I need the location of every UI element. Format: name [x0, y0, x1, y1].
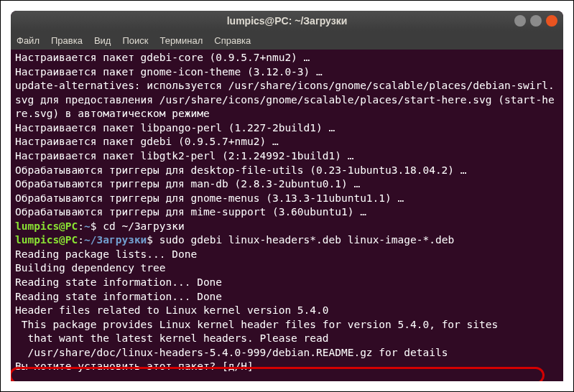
menu-search[interactable]: Поиск — [122, 35, 148, 46]
command-text: sudo gdebi linux-headers*.deb linux-imag… — [153, 234, 454, 246]
screenshot-frame: lumpics@PC: ~/Загрузки Файл Правка Вид П… — [0, 0, 574, 392]
install-prompt: Вы хотите установить этот пакет? [д/Н] — [15, 360, 559, 374]
close-button[interactable] — [546, 15, 557, 27]
output-line: that want the latest kernel headers. Ple… — [15, 332, 559, 346]
prompt-path: ~ — [84, 220, 91, 232]
output-line: Настраивается пакет gdebi-core (0.9.5.7+… — [15, 51, 559, 65]
output-line: Настраивается пакет libgtk2-perl (2:1.24… — [15, 149, 559, 164]
menu-file[interactable]: Файл — [17, 35, 40, 46]
prompt-separator: : — [78, 234, 84, 246]
terminal-window: lumpics@PC: ~/Загрузки Файл Правка Вид П… — [11, 11, 563, 381]
output-line: Обрабатываются триггеры для gnome-menus … — [15, 192, 559, 206]
terminal-output[interactable]: Настраивается пакет gdebi-core (0.9.5.7+… — [11, 50, 563, 381]
menu-view[interactable]: Вид — [94, 35, 111, 46]
output-line: Обрабатываются триггеры для mime-support… — [15, 205, 559, 220]
minimize-button[interactable] — [514, 15, 526, 27]
prompt-line: lumpics@PC:~/Загрузки$ sudo gdebi linux-… — [15, 233, 559, 248]
output-line: Настраивается пакет gnome-icon-theme (3.… — [15, 65, 559, 80]
output-line: Building dependency tree — [15, 261, 559, 276]
output-line: Reading state information... Done — [15, 276, 559, 290]
prompt-dollar: $ — [147, 234, 153, 246]
output-line: Header files related to Linux kernel ver… — [15, 304, 559, 318]
prompt-separator: : — [78, 220, 84, 232]
output-line: Обрабатываются триггеры для man-db (2.8.… — [15, 177, 559, 192]
output-line: Настраивается пакет gdebi (0.9.5.7+nmu2)… — [15, 135, 559, 149]
menu-edit[interactable]: Правка — [51, 35, 83, 46]
prompt-dollar: $ — [91, 220, 97, 232]
output-line: This package provides Linux kernel heade… — [15, 318, 559, 332]
output-line: update-alternatives: используется /usr/s… — [15, 79, 559, 121]
prompt-line: lumpics@PC:~$ cd ~/Загрузки — [15, 220, 559, 234]
menubar: Файл Правка Вид Поиск Терминал Справка — [11, 31, 563, 50]
window-controls — [514, 15, 557, 27]
output-line: Reading state information... Done — [15, 290, 559, 304]
output-line: Обрабатываются триггеры для desktop-file… — [15, 164, 559, 178]
command-text: cd ~/Загрузки — [97, 220, 185, 232]
menu-terminal[interactable]: Терминал — [159, 35, 203, 46]
prompt-user-host: lumpics@PC — [15, 234, 78, 246]
maximize-button[interactable] — [530, 15, 542, 27]
window-title: lumpics@PC: ~/Загрузки — [227, 15, 348, 27]
output-line: /usr/share/doc/linux-headers-5.4.0-999/d… — [15, 346, 559, 360]
menu-help[interactable]: Справка — [214, 35, 251, 46]
output-line: Настраивается пакет libpango-perl (1.227… — [15, 121, 559, 136]
titlebar[interactable]: lumpics@PC: ~/Загрузки — [11, 11, 563, 31]
output-line: Reading package lists... Done — [15, 248, 559, 262]
prompt-path: ~/Загрузки — [84, 234, 147, 246]
prompt-user-host: lumpics@PC — [15, 220, 78, 232]
